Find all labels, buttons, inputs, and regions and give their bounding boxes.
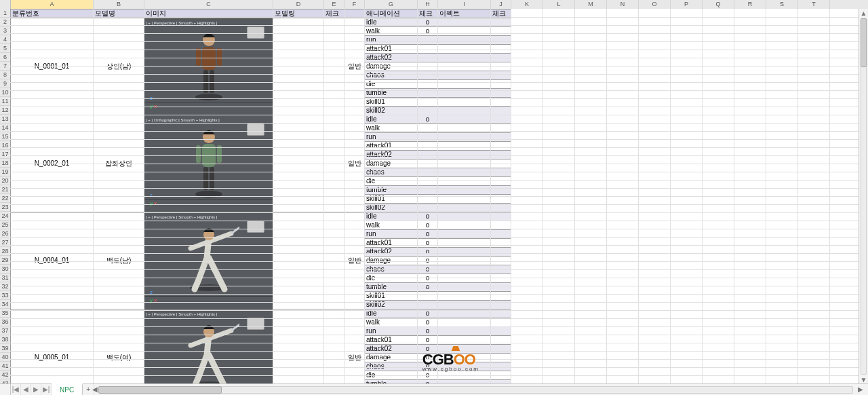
anim-name-cell[interactable]: run (365, 230, 418, 239)
anim-check-cell[interactable]: o (418, 115, 438, 124)
effect-cell[interactable] (438, 257, 491, 265)
col-header-J[interactable]: J (491, 0, 511, 9)
effect-check-cell[interactable] (491, 292, 511, 301)
anim-name-cell[interactable]: damage (365, 159, 418, 168)
row-header-11[interactable]: 11 (0, 97, 10, 106)
effect-check-cell[interactable] (491, 151, 511, 159)
effect-cell[interactable] (438, 89, 491, 98)
effect-cell[interactable] (438, 177, 491, 186)
anim-name-cell[interactable]: idle (365, 18, 418, 27)
anim-name-cell[interactable]: tumble (365, 89, 418, 98)
effect-cell[interactable] (438, 142, 491, 151)
row-header-6[interactable]: 6 (0, 53, 10, 62)
effect-check-cell[interactable] (491, 371, 511, 380)
row-header-15[interactable]: 15 (0, 132, 10, 141)
row-header-22[interactable]: 22 (0, 194, 10, 203)
anim-name-cell[interactable]: skill01 (365, 98, 418, 107)
effect-check-cell[interactable] (491, 115, 511, 124)
anim-name-cell[interactable]: die (365, 177, 418, 186)
col-header-P[interactable]: P (671, 0, 703, 9)
row-header-18[interactable]: 18 (0, 159, 10, 168)
col-header-N[interactable]: N (607, 0, 639, 9)
effect-check-cell[interactable] (491, 362, 511, 371)
effect-cell[interactable] (438, 301, 491, 309)
row-header-32[interactable]: 32 (0, 282, 10, 291)
anim-check-cell[interactable] (418, 133, 438, 142)
effect-check-cell[interactable] (491, 354, 511, 362)
effect-cell[interactable] (438, 265, 491, 274)
effect-check-cell[interactable] (491, 186, 511, 195)
anim-name-cell[interactable]: damage (365, 354, 418, 362)
anim-name-cell[interactable]: walk (365, 124, 418, 133)
model-name-cell[interactable]: 잡화상인 (94, 115, 144, 212)
modeling-cell[interactable] (273, 212, 324, 309)
anim-name-cell[interactable]: tumble (365, 283, 418, 292)
header-J[interactable]: 체크 (491, 10, 511, 18)
effect-check-cell[interactable] (491, 98, 511, 107)
row-header-27[interactable]: 27 (0, 238, 10, 247)
header-G[interactable]: 애니메이션 (365, 10, 418, 18)
effect-cell[interactable] (438, 62, 491, 71)
effect-check-cell[interactable] (491, 318, 511, 327)
anim-check-cell[interactable] (418, 292, 438, 301)
col-header-H[interactable]: H (418, 0, 438, 9)
effect-cell[interactable] (438, 36, 491, 45)
check-d-cell[interactable] (324, 115, 344, 212)
anim-check-cell[interactable] (418, 195, 438, 204)
anim-check-cell[interactable] (418, 177, 438, 186)
row-header-24[interactable]: 24 (0, 212, 10, 221)
header-C[interactable]: 이미지 (144, 10, 273, 18)
category-cell[interactable]: 일반 (344, 212, 365, 309)
vscroll-thumb[interactable] (861, 18, 867, 67)
anim-check-cell[interactable] (418, 204, 438, 212)
effect-cell[interactable] (438, 248, 491, 257)
row-header-31[interactable]: 31 (0, 274, 10, 282)
anim-name-cell[interactable]: run (365, 133, 418, 142)
vertical-scrollbar[interactable]: ▲ ▼ (859, 9, 868, 384)
row-header-9[interactable]: 9 (0, 79, 10, 88)
effect-cell[interactable] (438, 71, 491, 80)
effect-cell[interactable] (438, 283, 491, 292)
anim-name-cell[interactable]: walk (365, 27, 418, 36)
anim-check-cell[interactable]: o (418, 230, 438, 239)
row-header-38[interactable]: 38 (0, 335, 10, 344)
effect-check-cell[interactable] (491, 124, 511, 133)
model-name-cell[interactable]: 상인(남) (94, 18, 144, 115)
anim-name-cell[interactable]: idle (365, 115, 418, 124)
header-B[interactable]: 모델명 (94, 10, 144, 18)
anim-check-cell[interactable]: o (418, 212, 438, 221)
row-header-28[interactable]: 28 (0, 247, 10, 256)
col-header-F[interactable]: F (344, 0, 365, 9)
effect-cell[interactable] (438, 195, 491, 204)
effect-cell[interactable] (438, 27, 491, 36)
col-header-S[interactable]: S (766, 0, 798, 9)
effect-check-cell[interactable] (491, 62, 511, 71)
anim-check-cell[interactable]: o (418, 309, 438, 318)
effect-check-cell[interactable] (491, 36, 511, 45)
effect-check-cell[interactable] (491, 221, 511, 230)
row-header-5[interactable]: 5 (0, 44, 10, 53)
effect-check-cell[interactable] (491, 248, 511, 257)
effect-check-cell[interactable] (491, 230, 511, 239)
col-header-Q[interactable]: Q (703, 0, 734, 9)
effect-check-cell[interactable] (491, 45, 511, 54)
anim-check-cell[interactable]: o (418, 221, 438, 230)
anim-check-cell[interactable] (418, 62, 438, 71)
anim-name-cell[interactable]: attack01 (365, 239, 418, 248)
row-header-10[interactable]: 10 (0, 88, 10, 97)
effect-cell[interactable] (438, 98, 491, 107)
col-header-M[interactable]: M (575, 0, 607, 9)
model-name-cell[interactable]: 백도(여) (94, 309, 144, 385)
effect-check-cell[interactable] (491, 18, 511, 27)
effect-cell[interactable] (438, 309, 491, 318)
header-A[interactable]: 분류번호 (11, 10, 94, 18)
id-cell[interactable]: N_0001_01 (11, 18, 94, 115)
anim-check-cell[interactable]: o (418, 239, 438, 248)
effect-cell[interactable] (438, 133, 491, 142)
effect-cell[interactable] (438, 115, 491, 124)
effect-cell[interactable] (438, 371, 491, 380)
anim-check-cell[interactable] (418, 186, 438, 195)
anim-name-cell[interactable]: skill02 (365, 301, 418, 309)
effect-check-cell[interactable] (491, 168, 511, 177)
anim-check-cell[interactable] (418, 301, 438, 309)
